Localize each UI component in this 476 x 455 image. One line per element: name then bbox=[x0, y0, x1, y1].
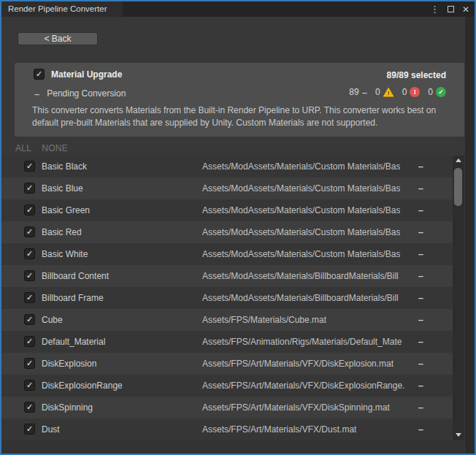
table-row[interactable]: ✓ Cube Assets/FPS/Materials/Cube.mat – bbox=[1, 309, 453, 331]
row-checkbox[interactable]: ✓ bbox=[24, 248, 35, 259]
window-controls: ⋮ ✕ bbox=[430, 1, 469, 17]
item-path: Assets/FPS/Materials/Cube.mat bbox=[202, 315, 326, 325]
table-row[interactable]: ✓ Default_Material Assets/FPS/Animation/… bbox=[1, 331, 453, 353]
success-count: 0 bbox=[428, 87, 433, 97]
item-path: Assets/ModAssets/Materials/Custom Materi… bbox=[202, 205, 400, 215]
pending-status-icon: – bbox=[418, 204, 423, 216]
table-row[interactable]: ✓ Basic Red Assets/ModAssets/Materials/C… bbox=[1, 221, 453, 243]
item-name: Default_Material bbox=[42, 337, 105, 347]
converter-title: Material Upgrade bbox=[51, 69, 122, 80]
item-name: Basic Black bbox=[42, 161, 87, 172]
table-row[interactable]: ✓ DiskSpinning Assets/FPS/Art/Materials/… bbox=[1, 397, 453, 418]
scrollbar-down-arrow-icon[interactable] bbox=[456, 433, 461, 437]
table-row[interactable]: ✓ DiskExplosion Assets/FPS/Art/Materials… bbox=[1, 353, 453, 375]
row-checkbox[interactable]: ✓ bbox=[24, 161, 35, 172]
item-name: DiskExplosion bbox=[42, 359, 96, 369]
table-row[interactable]: ✓ Billboard Content Assets/ModAssets/Mat… bbox=[1, 265, 453, 287]
material-list: ✓ Basic Black Assets/ModAssets/Materials… bbox=[1, 156, 453, 440]
table-row[interactable]: ✓ Dust Assets/FPS/Art/Materials/VFX/Dust… bbox=[1, 418, 453, 440]
list-bottom-spacer bbox=[1, 440, 464, 454]
render-pipeline-converter-window: Render Pipeline Converter ⋮ ✕ < Back ✓ M… bbox=[0, 0, 476, 455]
item-name: Basic Blue bbox=[42, 183, 83, 194]
converter-header-row: ✓ Material Upgrade bbox=[34, 69, 122, 80]
window-scroll-gutter bbox=[465, 17, 475, 454]
status-counts: 89 – 0 ! 0 ! 0 ✓ bbox=[349, 87, 446, 97]
item-name: Basic Red bbox=[42, 227, 82, 237]
selection-shortcuts: ALL NONE bbox=[15, 143, 68, 153]
pending-status-icon: – bbox=[418, 402, 423, 413]
close-icon[interactable]: ✕ bbox=[462, 5, 469, 14]
pending-status-icon: – bbox=[418, 358, 423, 370]
scrollbar-thumb[interactable] bbox=[454, 168, 462, 206]
table-row[interactable]: ✓ Billboard Frame Assets/ModAssets/Mater… bbox=[1, 287, 453, 309]
error-icon: ! bbox=[410, 87, 420, 97]
item-name: Billboard Content bbox=[42, 271, 109, 281]
kebab-menu-icon[interactable]: ⋮ bbox=[430, 4, 439, 14]
item-name: DiskExplosionRange bbox=[42, 381, 123, 391]
item-name: Cube bbox=[42, 315, 63, 325]
pending-status-icon: – bbox=[418, 248, 423, 260]
table-row[interactable]: ✓ Basic Green Assets/ModAssets/Materials… bbox=[1, 199, 453, 221]
pending-dash-icon: – bbox=[34, 89, 39, 99]
table-row[interactable]: ✓ Basic Blue Assets/ModAssets/Materials/… bbox=[1, 177, 453, 199]
scrollbar-up-arrow-icon[interactable] bbox=[456, 158, 461, 162]
pending-status-icon: – bbox=[418, 161, 423, 172]
pending-status-icon: – bbox=[418, 292, 423, 304]
error-count: 0 bbox=[402, 87, 407, 97]
item-name: DiskSpinning bbox=[42, 402, 93, 413]
select-all-button[interactable]: ALL bbox=[15, 143, 31, 153]
table-row[interactable]: ✓ DiskExplosionRange Assets/FPS/Art/Mate… bbox=[1, 375, 453, 397]
pending-status-icon: – bbox=[418, 424, 423, 435]
converter-info-panel: ✓ Material Upgrade 89/89 selected – Pend… bbox=[15, 63, 464, 137]
row-checkbox[interactable]: ✓ bbox=[24, 402, 35, 413]
pending-conversion-label: Pending Conversion bbox=[47, 88, 126, 99]
item-name: Dust bbox=[42, 424, 60, 435]
row-checkbox[interactable]: ✓ bbox=[24, 270, 35, 281]
row-checkbox[interactable]: ✓ bbox=[24, 204, 35, 215]
success-count-group: 0 ✓ bbox=[428, 87, 446, 97]
success-icon: ✓ bbox=[436, 87, 446, 97]
row-checkbox[interactable]: ✓ bbox=[24, 314, 35, 325]
item-name: Basic White bbox=[42, 249, 88, 259]
pending-status-icon: – bbox=[418, 226, 423, 238]
back-button[interactable]: < Back bbox=[18, 32, 98, 45]
tab-render-pipeline-converter[interactable]: Render Pipeline Converter bbox=[1, 1, 123, 17]
item-path: Assets/ModAssets/Materials/Custom Materi… bbox=[202, 249, 400, 259]
converter-checkbox[interactable]: ✓ bbox=[34, 69, 45, 80]
selected-count-label: 89/89 selected bbox=[387, 70, 446, 80]
item-path: Assets/ModAssets/Materials/BillboardMate… bbox=[202, 293, 399, 303]
list-scrollbar[interactable] bbox=[453, 156, 464, 440]
row-checkbox[interactable]: ✓ bbox=[24, 183, 35, 194]
select-none-button[interactable]: NONE bbox=[42, 143, 68, 153]
table-row[interactable]: ✓ Basic White Assets/ModAssets/Materials… bbox=[1, 243, 453, 265]
row-checkbox[interactable]: ✓ bbox=[24, 226, 35, 237]
warning-count-group: 0 ! bbox=[375, 87, 394, 97]
item-path: Assets/FPS/Art/Materials/VFX/Dust.mat bbox=[202, 424, 356, 435]
pending-status-icon: – bbox=[418, 183, 423, 194]
pending-conversion-row: – Pending Conversion bbox=[34, 88, 126, 99]
row-checkbox[interactable]: ✓ bbox=[24, 358, 35, 369]
pending-status-icon: – bbox=[418, 314, 423, 326]
item-path: Assets/FPS/Art/Materials/VFX/DiskExplosi… bbox=[202, 381, 404, 391]
item-path: Assets/FPS/Art/Materials/VFX/DiskExplosi… bbox=[202, 359, 394, 369]
pending-count: 89 bbox=[349, 87, 358, 97]
maximize-icon[interactable] bbox=[448, 6, 454, 12]
row-checkbox[interactable]: ✓ bbox=[24, 336, 35, 347]
pending-status-icon: – bbox=[418, 270, 423, 282]
item-path: Assets/ModAssets/Materials/Custom Materi… bbox=[202, 161, 400, 172]
item-path: Assets/ModAssets/Materials/Custom Materi… bbox=[202, 183, 400, 194]
converter-description: This converter converts Materials from t… bbox=[32, 104, 454, 129]
warning-count: 0 bbox=[375, 87, 380, 97]
table-row[interactable]: ✓ Basic Black Assets/ModAssets/Materials… bbox=[1, 156, 453, 177]
error-count-group: 0 ! bbox=[402, 87, 421, 97]
pending-count-group: 89 – bbox=[349, 87, 367, 97]
item-path: Assets/FPS/Animation/Rigs/Materials/Defa… bbox=[202, 337, 402, 347]
row-checkbox[interactable]: ✓ bbox=[24, 380, 35, 391]
row-checkbox[interactable]: ✓ bbox=[24, 292, 35, 303]
pending-status-icon: – bbox=[362, 88, 367, 97]
row-checkbox[interactable]: ✓ bbox=[24, 424, 35, 435]
titlebar: Render Pipeline Converter ⋮ ✕ bbox=[1, 1, 475, 17]
warning-icon: ! bbox=[383, 88, 394, 97]
item-path: Assets/ModAssets/Materials/Custom Materi… bbox=[202, 227, 400, 237]
item-path: Assets/ModAssets/Materials/BillboardMate… bbox=[202, 271, 399, 281]
